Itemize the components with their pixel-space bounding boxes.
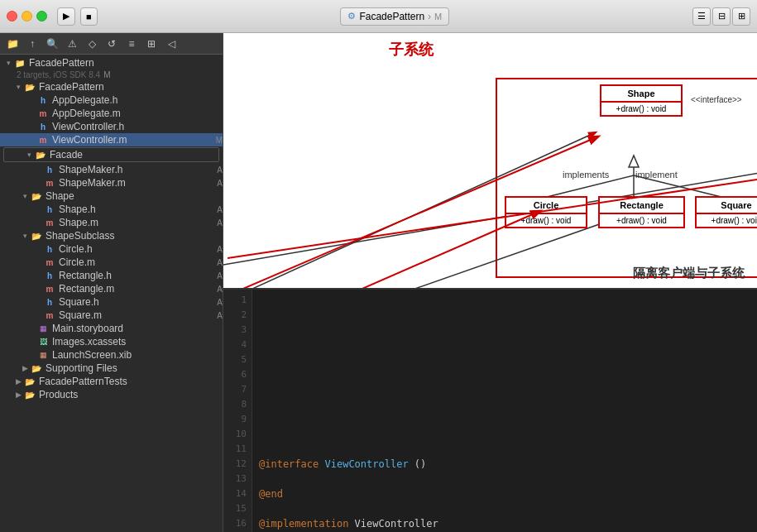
uml-circle-box: Circle +draw() : void bbox=[505, 196, 587, 228]
group-label: FacadePatternTests bbox=[39, 376, 223, 387]
tree-item-rectangle-h[interactable]: h Rectangle.h A bbox=[0, 269, 223, 282]
tree-item-shapemaker-h[interactable]: h ShapeMaker.h A bbox=[0, 163, 223, 176]
line-num-6: 6 bbox=[223, 367, 252, 382]
sidebar-vcs-icon[interactable]: ↑ bbox=[23, 35, 41, 53]
tree-item-launchscreen[interactable]: ▦ LaunchScreen.xib bbox=[0, 348, 223, 362]
h-file-icon: h bbox=[43, 270, 56, 281]
project-label: FacadePattern bbox=[29, 57, 223, 69]
code-editor[interactable]: @interface ViewController () @end @imple… bbox=[252, 290, 757, 532]
code-line-9 bbox=[259, 412, 750, 427]
sidebar: 📁 ↑ 🔍 ⚠ ◇ ↺ ≡ ⊞ ◁ ▾ 📁 FacadePattern 2 ta… bbox=[0, 33, 223, 532]
tree-item-shape-h[interactable]: h Shape.h A bbox=[0, 203, 223, 216]
close-button[interactable] bbox=[7, 11, 17, 22]
file-label: AppDelegate.h bbox=[52, 94, 223, 106]
tree-item-shapemaker-m[interactable]: m ShapeMaker.m A bbox=[0, 176, 223, 189]
sidebar-search-icon[interactable]: 🔍 bbox=[43, 35, 61, 53]
stop-button[interactable]: ■ bbox=[80, 7, 98, 26]
group-label: Supporting Files bbox=[46, 362, 223, 374]
tree-item-shape-m[interactable]: m Shape.m A bbox=[0, 216, 223, 229]
utilities-toggle[interactable]: ⊞ bbox=[732, 7, 750, 26]
tree-item-products[interactable]: ▶ 📂 Products bbox=[0, 388, 223, 401]
tree-item-facade-group[interactable]: ▾ 📂 Facade bbox=[3, 147, 219, 162]
group-label: Shape bbox=[46, 190, 223, 202]
m-file-icon: m bbox=[43, 309, 56, 321]
tree-item-appdelegate-h[interactable]: h AppDelegate.h bbox=[0, 93, 223, 107]
sidebar-warning-icon[interactable]: ⚠ bbox=[63, 35, 81, 53]
run-button[interactable]: ▶ bbox=[57, 7, 75, 26]
expand-arrow: ▶ bbox=[13, 377, 23, 386]
tree-item-rectangle-m[interactable]: m Rectangle.m A bbox=[0, 282, 223, 295]
file-label: Circle.m bbox=[59, 256, 213, 268]
group-label: ShapeSubclass bbox=[46, 230, 223, 242]
code-line-4 bbox=[259, 338, 750, 352]
code-line-13 bbox=[259, 472, 750, 486]
tree-item-facadepattern-group[interactable]: ▾ 📂 FacadePattern bbox=[0, 80, 223, 93]
leaf-icon bbox=[26, 109, 36, 117]
square-box-title: Square bbox=[697, 198, 757, 214]
code-line-16: @implementation ViewController bbox=[259, 516, 750, 531]
sidebar-history-icon[interactable]: ↺ bbox=[103, 35, 121, 53]
sidebar-toolbar: 📁 ↑ 🔍 ⚠ ◇ ↺ ≡ ⊞ ◁ bbox=[0, 33, 223, 55]
toolbar-right-icons: ☰ ⊟ ⊞ bbox=[692, 7, 750, 26]
debug-toggle[interactable]: ⊟ bbox=[712, 7, 731, 26]
stop-icon: ■ bbox=[86, 12, 92, 22]
tree-item-xcassets[interactable]: 🖼 Images.xcassets bbox=[0, 335, 223, 348]
tree-item-shapesubclass-group[interactable]: ▾ 📂 ShapeSubclass bbox=[0, 229, 223, 242]
file-label: Shape.h bbox=[59, 204, 213, 215]
tree-item-facadepatterntests[interactable]: ▶ 📂 FacadePatternTests bbox=[0, 375, 223, 388]
sidebar-breakpoints-icon[interactable]: ≡ bbox=[122, 35, 141, 53]
tree-item-circle-m[interactable]: m Circle.m A bbox=[0, 256, 223, 269]
navigator-toggle[interactable]: ☰ bbox=[692, 7, 711, 26]
expand-arrow: ▾ bbox=[24, 151, 34, 159]
file-label: Square.m bbox=[59, 309, 213, 321]
sidebar-filter-icon[interactable]: ◁ bbox=[162, 35, 180, 53]
group-icon: 📂 bbox=[34, 149, 47, 161]
code-line-8 bbox=[259, 397, 750, 412]
code-line-10 bbox=[259, 427, 750, 442]
tree-item-square-h[interactable]: h Square.h A bbox=[0, 295, 223, 309]
tree-item-viewcontroller-m[interactable]: m ViewController.m M bbox=[0, 133, 223, 146]
tree-item-viewcontroller-h[interactable]: h ViewController.h bbox=[0, 120, 223, 133]
line-num-7: 7 bbox=[223, 382, 252, 397]
line-num-4: 4 bbox=[223, 338, 252, 352]
tree-item-circle-h[interactable]: h Circle.h A bbox=[0, 242, 223, 256]
xcassets-icon: 🖼 bbox=[36, 336, 50, 347]
sidebar-bookmark-icon[interactable]: ◇ bbox=[83, 35, 101, 53]
subsystem-label: 子系统 bbox=[389, 40, 434, 60]
line-num-3: 3 bbox=[223, 323, 252, 338]
square-box-method: +draw() : void bbox=[697, 214, 757, 227]
h-file-icon: h bbox=[43, 164, 56, 175]
tree-item-square-m[interactable]: m Square.m A bbox=[0, 309, 223, 322]
line-numbers: 1 2 3 4 5 6 7 8 9 10 11 12 13 14 15 16 1… bbox=[223, 290, 252, 532]
group-icon: 📂 bbox=[30, 362, 43, 374]
tree-item-mainstoryboard[interactable]: ▦ Main.storyboard bbox=[0, 322, 223, 335]
code-line-11 bbox=[259, 442, 750, 457]
file-label: Rectangle.m bbox=[59, 283, 213, 295]
sidebar-grid-icon[interactable]: ⊞ bbox=[142, 35, 161, 53]
code-line-14: @end bbox=[259, 486, 750, 501]
code-line-7 bbox=[259, 382, 750, 397]
implement-label: implement bbox=[635, 170, 678, 180]
tree-item-appdelegate-m[interactable]: m AppDelegate.m bbox=[0, 107, 223, 120]
line-num-12: 12 bbox=[223, 457, 252, 472]
minimize-button[interactable] bbox=[22, 11, 32, 22]
code-line-3 bbox=[259, 323, 750, 338]
maximize-button[interactable] bbox=[36, 11, 47, 22]
sidebar-folder-icon[interactable]: 📁 bbox=[3, 35, 22, 53]
red-arrows bbox=[223, 33, 757, 288]
file-label: ShapeMaker.m bbox=[59, 177, 213, 189]
tree-item-sdk: 2 targets, iOS SDK 8.4 M bbox=[0, 69, 223, 80]
h-file-icon: h bbox=[43, 296, 56, 308]
tree-item-supporting-files[interactable]: ▶ 📂 Supporting Files bbox=[0, 362, 223, 375]
group-icon: 📂 bbox=[23, 81, 36, 93]
expand-arrow: ▾ bbox=[20, 192, 30, 200]
rectangle-box-method: +draw() : void bbox=[600, 214, 683, 227]
tree-item-shape-group[interactable]: ▾ 📂 Shape bbox=[0, 189, 223, 203]
code-line-1 bbox=[259, 293, 750, 308]
xcode-icon: ⚙ bbox=[347, 11, 356, 22]
tree-item-facade-pattern-root[interactable]: ▾ 📁 FacadePattern bbox=[0, 56, 223, 69]
expand-arrow: ▾ bbox=[20, 232, 30, 240]
interface-label: <<interface>> bbox=[691, 95, 742, 104]
project-selector[interactable]: ⚙ FacadePattern › M bbox=[340, 7, 449, 26]
project-icon: 📁 bbox=[13, 57, 26, 69]
